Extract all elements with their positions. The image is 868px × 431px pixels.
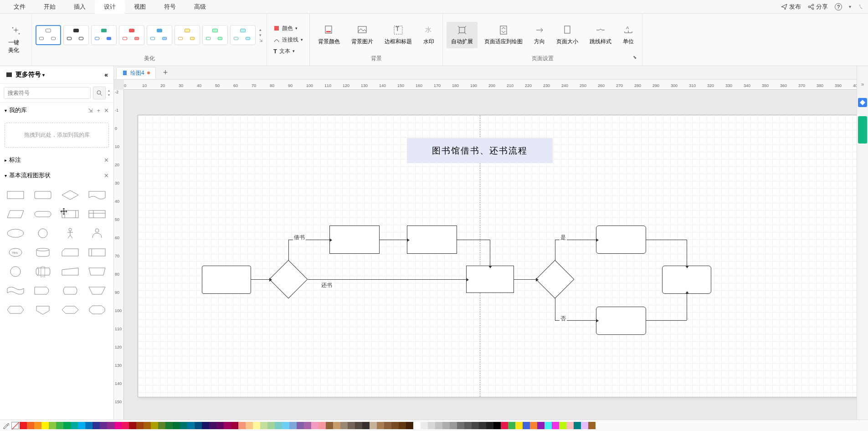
- shape-database[interactable]: [32, 245, 54, 260]
- color-swatch[interactable]: [340, 422, 348, 429]
- shape-stored[interactable]: [32, 264, 54, 279]
- menu-symbol[interactable]: 符号: [155, 0, 185, 14]
- color-swatch[interactable]: [391, 422, 399, 429]
- color-swatch[interactable]: [530, 422, 537, 429]
- annotation-section[interactable]: ▸ 标注 ✕: [0, 152, 113, 168]
- jump-style-button[interactable]: 跳线样式: [585, 22, 616, 48]
- color-swatch[interactable]: [588, 422, 596, 429]
- shape-manop[interactable]: [86, 283, 108, 298]
- color-swatch[interactable]: [399, 422, 406, 429]
- color-swatch[interactable]: [479, 422, 486, 429]
- color-swatch[interactable]: [377, 422, 384, 429]
- color-swatch[interactable]: [472, 422, 479, 429]
- color-swatch[interactable]: [450, 422, 457, 429]
- basicflow-close-icon[interactable]: ✕: [104, 172, 109, 179]
- panel-up-icon[interactable]: ▴: [108, 88, 110, 93]
- fc-end[interactable]: [662, 266, 711, 294]
- fc-rect-mid[interactable]: [466, 266, 514, 293]
- color-swatch[interactable]: [41, 422, 49, 429]
- bg-image-button[interactable]: 背景图片: [347, 22, 378, 48]
- theme-2[interactable]: [63, 25, 89, 45]
- canvas-viewport[interactable]: 图书馆借书、还书流程 借书: [124, 90, 857, 420]
- fc-start[interactable]: [202, 266, 251, 294]
- color-swatch[interactable]: [428, 422, 435, 429]
- color-swatch[interactable]: [435, 422, 442, 429]
- color-swatch[interactable]: [231, 422, 238, 429]
- share-button[interactable]: 分享: [808, 3, 828, 11]
- expand-right-panel-icon[interactable]: »: [858, 80, 867, 89]
- shape-display[interactable]: [59, 283, 81, 298]
- color-swatch[interactable]: [34, 422, 41, 429]
- color-swatch[interactable]: [537, 422, 544, 429]
- color-swatch[interactable]: [173, 422, 180, 429]
- theme-1[interactable]: [36, 25, 61, 45]
- shape-process[interactable]: [5, 188, 26, 202]
- menu-start[interactable]: 开始: [35, 0, 65, 14]
- bg-color-button[interactable]: 背景颜色: [313, 22, 344, 48]
- color-swatch[interactable]: [195, 422, 202, 429]
- color-swatch[interactable]: [333, 422, 340, 429]
- color-swatch[interactable]: [544, 422, 552, 429]
- connector-dropdown[interactable]: 连接线▾: [271, 35, 306, 45]
- theme-down-icon[interactable]: ▾: [259, 33, 263, 37]
- shape-terminator[interactable]: [32, 207, 54, 221]
- mylib-import-icon[interactable]: ⇲: [88, 107, 93, 114]
- theme-5[interactable]: [147, 25, 172, 45]
- help-dropdown-icon[interactable]: ▾: [849, 4, 851, 9]
- color-swatch[interactable]: [144, 422, 151, 429]
- fc-rect-top-1[interactable]: [329, 226, 380, 254]
- shape-yes[interactable]: Yes: [5, 245, 26, 260]
- mylib-section[interactable]: ▾ 我的库 ⇲ + ✕: [0, 103, 113, 118]
- beautify-button[interactable]: 一键美化: [4, 23, 28, 57]
- minimize-ribbon-icon[interactable]: ㄟ: [858, 3, 863, 10]
- border-title-button[interactable]: T边框和标题: [380, 22, 416, 48]
- color-swatch[interactable]: [85, 422, 92, 429]
- shape-circle[interactable]: [32, 226, 54, 241]
- basicflow-section[interactable]: ▾ 基本流程图形状 ✕: [0, 168, 113, 183]
- help-button[interactable]: ?: [835, 3, 842, 10]
- watermark-button[interactable]: 水水印: [419, 22, 439, 48]
- color-swatch[interactable]: [246, 422, 253, 429]
- doc-tab-1[interactable]: 绘图4: [116, 67, 156, 79]
- flowchart-title[interactable]: 图书馆借书、还书流程: [407, 138, 553, 163]
- color-swatch[interactable]: [71, 422, 78, 429]
- color-swatch[interactable]: [493, 422, 501, 429]
- color-swatch[interactable]: [348, 422, 355, 429]
- color-swatch[interactable]: [78, 422, 85, 429]
- direction-button[interactable]: 方向: [529, 22, 550, 48]
- search-input[interactable]: [4, 87, 91, 99]
- menu-advanced[interactable]: 高级: [185, 0, 215, 14]
- color-swatch[interactable]: [158, 422, 165, 429]
- color-swatch[interactable]: [574, 422, 581, 429]
- color-swatch[interactable]: [114, 422, 122, 429]
- color-swatch[interactable]: [413, 422, 421, 429]
- color-swatch[interactable]: [92, 422, 100, 429]
- canvas-page[interactable]: 图书馆借书、还书流程 借书: [138, 115, 857, 397]
- color-swatch[interactable]: [355, 422, 362, 429]
- color-swatch[interactable]: [107, 422, 114, 429]
- color-swatch[interactable]: [326, 422, 333, 429]
- color-swatch[interactable]: [275, 422, 282, 429]
- shape-delay[interactable]: [32, 283, 54, 298]
- publish-button[interactable]: 发布: [781, 3, 801, 11]
- fc-rect-yes[interactable]: [596, 226, 646, 254]
- unit-button[interactable]: A单位: [618, 22, 638, 48]
- color-swatch[interactable]: [421, 422, 428, 429]
- color-swatch[interactable]: [63, 422, 71, 429]
- shape-predefined[interactable]: [59, 207, 81, 221]
- mylib-dropzone[interactable]: 拖拽到此处，添加到我的库: [5, 123, 109, 148]
- more-symbols-dropdown-icon[interactable]: ▾: [42, 72, 45, 77]
- shape-tape[interactable]: [5, 283, 26, 298]
- color-swatch[interactable]: [224, 422, 231, 429]
- shape-loop[interactable]: [86, 264, 108, 279]
- color-swatch[interactable]: [209, 422, 216, 429]
- shape-prep[interactable]: [5, 303, 26, 317]
- auto-expand-button[interactable]: 自动扩展: [447, 22, 478, 48]
- color-swatch[interactable]: [442, 422, 450, 429]
- theme-3[interactable]: [91, 25, 117, 45]
- color-swatch[interactable]: [187, 422, 195, 429]
- color-swatch[interactable]: [49, 422, 56, 429]
- color-swatch[interactable]: [100, 422, 107, 429]
- theme-8[interactable]: [230, 25, 256, 45]
- theme-6[interactable]: [175, 25, 200, 45]
